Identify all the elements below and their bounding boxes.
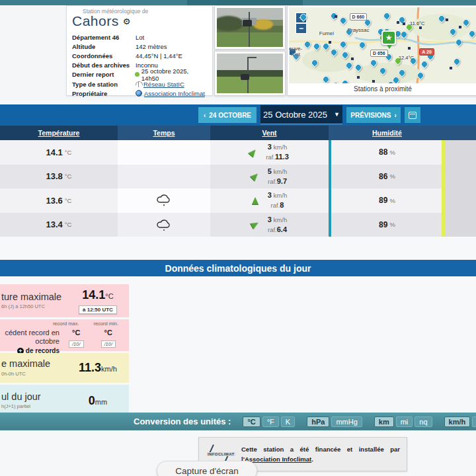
header-temperature[interactable]: Température — [0, 126, 118, 140]
top-section: Station météorologique de Cahors ⚙ Dépar… — [0, 5, 476, 100]
map-town-label: Prayssac — [348, 27, 370, 33]
online-status-icon — [135, 72, 139, 77]
map-town-label: Fumel — [319, 30, 334, 36]
wind-direction-icon — [251, 220, 260, 229]
conversion-label: Conversion des unités : — [134, 416, 231, 426]
unit-group: kmminq — [374, 416, 432, 427]
unit-button[interactable]: hPa — [307, 416, 329, 427]
wind-direction-icon — [252, 197, 258, 204]
field-departement: Département 46 Lot — [72, 32, 207, 42]
conversion-groups: °C°FKhPammHgkmminqkm/hm/sndsmmin — [243, 416, 476, 427]
rain-title: ul du jour — [1, 392, 41, 403]
temp-max-title: ture maximale — [1, 292, 61, 303]
map-dot-icon — [357, 76, 360, 79]
table-row: 13.8°C 5 km/hraf.9.7 86% — [0, 165, 476, 189]
wind-direction-icon — [249, 147, 258, 157]
unit-button[interactable]: m/s — [472, 416, 476, 427]
map-dot-icon — [408, 47, 411, 50]
screenshot-button[interactable]: Capture d'écran — [157, 461, 257, 476]
unit-group: hPammHg — [307, 416, 362, 427]
map-road-badge: D 660 — [350, 13, 368, 20]
temp-max-panel: ture maximale 6h (J) à 12h50 UTC 14.1°C … — [0, 284, 129, 317]
map-road-badge: A 20 — [419, 48, 434, 56]
station-photo-2[interactable] — [214, 51, 286, 96]
unit-button[interactable]: km/h — [444, 416, 471, 427]
gust-max-value: 11.3 — [79, 361, 101, 374]
map-dot-icon — [419, 26, 422, 29]
top-teal-bar — [0, 0, 476, 5]
field-coordonnees: Coordonnées 44,45°N | 1,44°E — [72, 51, 207, 60]
rain-subtitle: h(J+1) partiel — [1, 403, 41, 409]
gust-max-title: e maximale — [1, 359, 50, 370]
temp-max-time-badge: à 12:50 UTC — [79, 305, 117, 314]
forecast-button[interactable]: PRÉVISIONS › — [346, 107, 401, 123]
map-dot-icon — [351, 58, 354, 60]
station-name: Cahors — [72, 13, 119, 29]
records-panel: record max. record min. cédent record en… — [0, 319, 129, 351]
selected-station-marker-icon[interactable]: ★ — [381, 30, 396, 45]
rain-panel: ul du jour h(J+1) partiel 0mm — [0, 385, 129, 416]
antenna-icon — [136, 81, 141, 87]
table-row: 13.4°C 3 km/hraf.6.4 89% — [0, 213, 476, 237]
station-fields: Département 46 Lot Altitude 142 mètres C… — [72, 32, 207, 98]
chevron-left-icon: ‹ — [204, 112, 206, 119]
climatology-banner: Données climatologiques du jour — [0, 260, 476, 276]
unit-button[interactable]: mmHg — [331, 416, 362, 427]
map-road-badge: D 656 — [370, 50, 388, 57]
station-page: Station météorologique de Cahors ⚙ Dépar… — [0, 0, 476, 476]
map-dot-icon — [446, 19, 448, 21]
gear-icon[interactable]: ⚙ — [123, 17, 131, 26]
map-town-label: -Lot — [291, 52, 300, 58]
unit-button[interactable]: nq — [415, 416, 432, 427]
gust-max-subtitle: 0h-0h UTC — [1, 371, 50, 377]
unit-group: °C°FK — [243, 416, 295, 427]
record-min-header: record min. — [93, 321, 118, 327]
header-temps[interactable]: Temps — [118, 126, 210, 140]
unit-group: km/hm/snds — [444, 416, 476, 427]
station-photo-1[interactable] — [214, 5, 286, 50]
map-canvas[interactable]: + − 11.6°C13.3°C12.4°CFumelPrayssaceuve-… — [289, 7, 476, 83]
association-link[interactable]: Association Infoclimat — [144, 90, 205, 97]
map-dot-icon — [403, 22, 405, 25]
map-temperature-label: 12.4°C — [399, 55, 414, 61]
unit-button[interactable]: °F — [262, 416, 279, 427]
station-info-card: Station météorologique de Cahors ⚙ Dépar… — [66, 5, 213, 96]
map-zoom-out-button[interactable]: − — [296, 23, 307, 34]
reseau-static-link[interactable]: Réseau StatIC — [143, 81, 184, 88]
calendar-icon — [409, 112, 416, 119]
map-town-label: euve- — [289, 46, 302, 52]
table-row: 14.1°C 3 km/hraf.11.3 88% — [0, 140, 476, 165]
chevron-right-icon: › — [394, 112, 396, 119]
map-dot-icon — [397, 21, 399, 24]
rain-value: 0 — [89, 394, 95, 407]
date-select[interactable]: 25 Octobre 2025 ▼ — [260, 105, 342, 124]
table-header-row: Température Temps Vent Humidité — [0, 126, 476, 140]
records-label: cédent record en octobre — [1, 329, 60, 346]
unit-button[interactable]: mi — [396, 416, 413, 427]
map-caption: Stations à proximité — [289, 83, 476, 94]
unit-button[interactable]: K — [281, 416, 295, 427]
column-separator-yellow — [442, 140, 446, 237]
map-dot-icon — [329, 41, 331, 44]
header-vent[interactable]: Vent — [210, 126, 329, 140]
notice-text: Cette station a été financée et installé… — [241, 444, 400, 464]
header-spacer — [446, 126, 476, 140]
column-separator-teal — [329, 140, 331, 237]
observations-table: Température Temps Vent Humidité 14.1°C 3… — [0, 126, 476, 237]
calendar-button[interactable] — [405, 107, 420, 123]
field-proprietaire: Propriétaire Association Infoclimat — [72, 89, 207, 98]
table-row: 13.6°C 3 km/hraf.8 89% — [0, 188, 476, 213]
chevron-down-icon: ▼ — [334, 111, 340, 118]
map-dot-icon — [450, 67, 452, 69]
unit-button[interactable]: km — [374, 416, 394, 427]
header-humidite[interactable]: Humidité — [329, 126, 446, 140]
cloud-drizzle-icon — [155, 194, 173, 207]
record-min-value: °C — [101, 329, 116, 337]
nearby-stations-map: + − 11.6°C13.3°C12.4°CFumelPrayssaceuve-… — [287, 5, 476, 96]
previous-day-button[interactable]: ‹ 24 OCTOBRE — [198, 107, 257, 123]
unit-button[interactable]: °C — [243, 416, 260, 427]
temp-max-subtitle: 6h (J) à 12h50 UTC — [1, 303, 61, 309]
globe-icon — [136, 90, 142, 97]
map-dot-icon — [335, 15, 337, 18]
record-max-header: record max. — [53, 321, 79, 327]
